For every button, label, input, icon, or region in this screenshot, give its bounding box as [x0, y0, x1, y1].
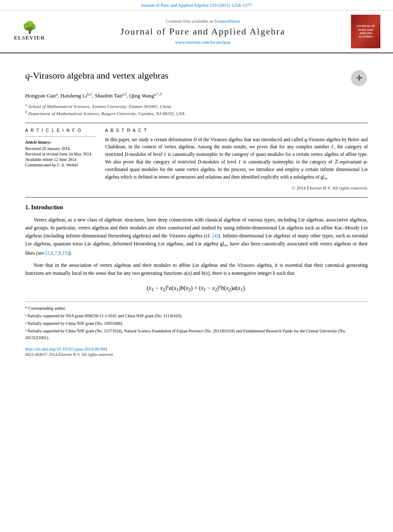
journal-title-block: Contents lists available at ScienceDirec…: [55, 18, 351, 45]
affiliation-b: b Department of Mathematical Sciences, R…: [25, 110, 368, 116]
abstract-text: In this paper, we study a certain deform…: [105, 136, 368, 182]
article-title-row: q-Virasoro algebra and vertex algebras ✛: [25, 70, 368, 87]
doi-link[interactable]: http://dx.doi.org/10.1016/j.jpaa.2014.06…: [25, 346, 368, 351]
bottom-copyright: 0022-4049/© 2014 Elsevier B.V. All right…: [25, 352, 368, 357]
journal-url: www.elsevier.com/locate/jpaa: [55, 40, 351, 45]
journal-cover-image: JOURNAL OFPURE ANDAPPLIEDALGEBRA: [351, 15, 380, 48]
crossmark-badge: ✛: [351, 70, 368, 87]
article-info-abstract: A R T I C L E I N F O Article history: R…: [25, 123, 368, 190]
intro-paragraph-2: Note that in the association of vertex a…: [25, 261, 368, 277]
available-online-date: Available online 12 June 2014: [25, 157, 97, 162]
science-direct-link[interactable]: ScienceDirect: [214, 18, 240, 24]
crossmark-icon: ✛: [351, 70, 367, 86]
section-1-title: 1. Introduction: [25, 204, 368, 211]
intro-paragraph-1: Vertex algebras, as a new class of algeb…: [25, 216, 368, 257]
footnote-1: ¹ Partially supported by NSA grant H9823…: [25, 313, 368, 319]
elsevier-tree-icon: 🌳: [22, 22, 37, 34]
journal-citation: Journal of Pure and Applied Algebra 219 …: [0, 0, 393, 11]
ref-4-link[interactable]: [4]: [212, 233, 218, 239]
abstract-section: A B S T R A C T In this paper, we study …: [105, 128, 368, 190]
section-divider: [25, 197, 368, 198]
affiliations: a School of Mathematical Sciences, Xiame…: [25, 103, 368, 116]
journal-header: 🌳 ELSEVIER Contents lists available at S…: [0, 11, 393, 53]
article-title: q-Virasoro algebra and vertex algebras: [25, 70, 347, 81]
footnotes: * Corresponding author. ¹ Partially supp…: [25, 301, 368, 341]
authors: Hongyan Guoa, Haisheng Lib,1, Shaobin Ta…: [25, 92, 368, 99]
ref-links[interactable]: [2,6,7,9,15]: [45, 250, 69, 256]
article-history-label: Article history:: [25, 140, 97, 145]
contents-available: Contents lists available at ScienceDirec…: [55, 18, 351, 24]
info-divider: [25, 136, 97, 137]
received-revised-date: Received in revised form 24 May 2014: [25, 152, 97, 156]
article-info: A R T I C L E I N F O Article history: R…: [25, 128, 97, 190]
footnote-2: ² Partially supported by China NSF grant…: [25, 320, 368, 327]
elsevier-logo: 🌳 ELSEVIER: [8, 17, 55, 46]
footnote-corresponding: * Corresponding author.: [25, 305, 368, 312]
journal-cover: JOURNAL OFPURE ANDAPPLIEDALGEBRA: [351, 15, 385, 48]
communicated-by: Communicated by C.A. Weibel: [25, 163, 97, 167]
affiliation-a: a School of Mathematical Sciences, Xiame…: [25, 103, 368, 109]
main-content: q-Virasoro algebra and vertex algebras ✛…: [0, 53, 393, 365]
abstract-title: A B S T R A C T: [105, 128, 368, 133]
abstract-copyright: © 2014 Elsevier B.V. All rights reserved…: [105, 185, 368, 190]
math-formula: (x1 − x2)ka(x1)b(x2) = (x1 − x2)kb(x2)a(…: [25, 284, 368, 292]
elsevier-wordmark: ELSEVIER: [14, 34, 45, 41]
article-info-title: A R T I C L E I N F O: [25, 128, 97, 133]
journal-name: Journal of Pure and Applied Algebra: [55, 26, 351, 37]
article-title-italic: q: [25, 70, 30, 81]
received-date: Received 26 January 2014: [25, 146, 97, 151]
footnote-3: ³ Partially supported by China NSF grant…: [25, 328, 368, 341]
